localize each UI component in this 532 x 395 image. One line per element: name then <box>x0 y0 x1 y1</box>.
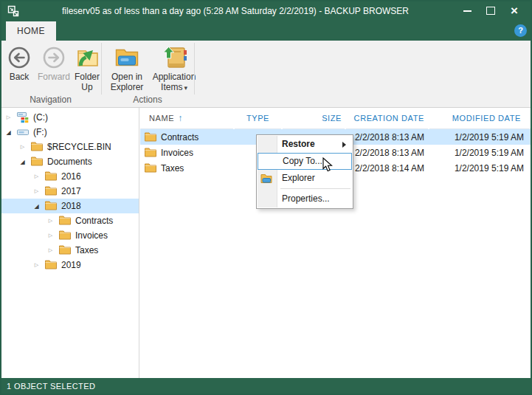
context-menu-item-restore[interactable]: Restore <box>257 136 353 153</box>
explorer-folder-icon <box>260 173 272 183</box>
tree-item-contracts[interactable]: ▷ Contracts <box>0 213 139 228</box>
folder-icon <box>59 244 71 256</box>
chevron-collapsed-icon[interactable]: ▷ <box>32 262 41 268</box>
forward-arrow-circle-icon <box>42 44 66 72</box>
tree-item-c-drive[interactable]: ▷ (C:) <box>0 110 139 125</box>
back-button[interactable]: Back <box>3 44 35 82</box>
chevron-expanded-icon[interactable]: ◢ <box>4 129 13 136</box>
tree-item-label: Contracts <box>75 216 113 226</box>
mouse-cursor-icon <box>322 157 334 176</box>
system-drive-icon <box>17 111 29 123</box>
maximize-icon <box>486 7 495 15</box>
chevron-collapsed-icon[interactable]: ▷ <box>32 188 41 194</box>
folder-icon <box>145 131 156 143</box>
tree-item-invoices[interactable]: ▷ Invoices <box>0 228 139 243</box>
context-menu-item-explorer[interactable]: Explorer <box>257 170 353 187</box>
tree-item-label: 2017 <box>61 186 81 196</box>
folder-up-icon <box>75 44 100 72</box>
context-menu-item-copy-to[interactable]: Copy To... <box>258 153 352 170</box>
tree-item-documents[interactable]: ◢ Documents <box>0 154 139 169</box>
open-in-explorer-button-label: Open in Explorer <box>105 72 149 92</box>
ribbon-group-divider <box>194 43 195 95</box>
column-header-size[interactable]: SIZE <box>283 108 345 129</box>
chevron-expanded-icon[interactable]: ◢ <box>18 159 27 165</box>
chevron-collapsed-icon[interactable]: ▷ <box>32 174 41 179</box>
chevron-collapsed-icon[interactable]: ▷ <box>18 144 27 150</box>
chevron-collapsed-icon[interactable]: ▷ <box>4 114 13 120</box>
file-creation-date: 2/2/2018 8:14 AM <box>346 160 428 176</box>
tree-item-2016[interactable]: ▷ 2016 <box>0 169 139 184</box>
status-bar: 1 OBJECT SELECTED <box>0 378 532 395</box>
forward-button-label: Forward <box>38 72 70 82</box>
folder-icon <box>31 156 43 168</box>
folder-icon <box>45 200 57 212</box>
ribbon-group-actions-label: Actions <box>101 95 194 105</box>
ribbon-group-divider <box>101 43 102 95</box>
open-in-explorer-button[interactable]: Open in Explorer <box>105 44 149 92</box>
tree-item-2018[interactable]: ◢ 2018 <box>0 199 139 213</box>
submenu-arrow-icon <box>342 142 346 148</box>
context-menu: Restore Copy To... Explorer Properties..… <box>256 134 353 209</box>
drive-icon <box>17 126 29 138</box>
tree-item-2019[interactable]: ▷ 2019 <box>0 258 139 272</box>
status-text: 1 OBJECT SELECTED <box>7 382 95 391</box>
folder-icon <box>59 230 71 241</box>
column-header-modified-date[interactable]: MODIFIED DATE <box>429 108 532 129</box>
folder-up-button-label: Folder Up <box>72 72 102 92</box>
file-name: Invoices <box>161 148 193 158</box>
application-items-icon <box>161 44 187 72</box>
forward-button[interactable]: Forward <box>35 44 72 82</box>
tree-item-label: (C:) <box>33 112 48 123</box>
context-menu-item-properties[interactable]: Properties... <box>257 190 353 207</box>
column-header-creation-date[interactable]: CREATION DATE <box>346 108 428 129</box>
tree-item-recycle-bin[interactable]: ▷ $RECYCLE.BIN <box>0 140 139 154</box>
application-items-button-label: Application Items▾ <box>151 72 198 93</box>
file-list-header: NAME↑ TYPE SIZE CREATION DATE MODIFIED D… <box>140 108 532 129</box>
file-name: Taxes <box>161 163 184 174</box>
tree-item-2017[interactable]: ▷ 2017 <box>0 184 139 199</box>
maximize-button[interactable] <box>479 0 502 21</box>
tree-item-f-drive[interactable]: ◢ (F:) <box>0 125 139 140</box>
context-menu-separator <box>280 188 350 189</box>
minimize-button[interactable] <box>455 0 479 21</box>
folder-icon <box>45 171 57 182</box>
backup-browser-window: fileserv05 as of less than a day ago (5:… <box>0 0 532 395</box>
tree-item-label: 2019 <box>61 260 81 270</box>
chevron-collapsed-icon[interactable]: ▷ <box>46 247 55 253</box>
window-controls: × <box>455 0 526 21</box>
folder-icon <box>59 215 71 227</box>
backup-browser-icon <box>7 4 20 18</box>
file-name: Contracts <box>161 132 198 142</box>
column-header-name[interactable]: NAME↑ <box>140 108 233 129</box>
folder-up-button[interactable]: Folder Up <box>72 44 102 92</box>
ribbon-group-navigation-label: Navigation <box>0 95 101 105</box>
folder-tree: ▷ (C:) ◢ (F:) <box>0 108 139 378</box>
open-in-explorer-icon <box>114 44 139 72</box>
chevron-expanded-icon[interactable]: ◢ <box>32 203 41 210</box>
sort-ascending-icon: ↑ <box>178 113 183 123</box>
chevron-collapsed-icon[interactable]: ▷ <box>46 233 55 238</box>
file-modified-date: 1/2/2019 5:19 AM <box>429 145 532 160</box>
back-arrow-circle-icon <box>7 44 31 72</box>
help-button[interactable]: ? <box>514 24 527 37</box>
tab-home[interactable]: HOME <box>6 21 56 41</box>
titlebar: fileserv05 as of less than a day ago (5:… <box>0 0 532 21</box>
tree-item-label: 2016 <box>61 171 81 182</box>
application-items-button[interactable]: Application Items▾ <box>151 44 198 93</box>
close-button[interactable]: × <box>502 0 526 21</box>
tree-item-label: Invoices <box>75 230 108 241</box>
tree-item-label: Documents <box>47 157 92 167</box>
tree-item-label: Taxes <box>75 245 98 255</box>
dropdown-caret-icon: ▾ <box>184 84 187 92</box>
file-creation-date: 2/2/2018 8:13 AM <box>346 145 428 160</box>
ribbon: Back Forward Folder Up <box>0 41 532 108</box>
folder-icon <box>31 141 43 153</box>
file-modified-date: 1/2/2019 5:19 AM <box>429 129 532 145</box>
column-header-type[interactable]: TYPE <box>235 108 281 129</box>
ribbon-tabstrip: HOME ? <box>0 21 532 41</box>
tree-item-label: (F:) <box>33 127 47 137</box>
chevron-collapsed-icon[interactable]: ▷ <box>46 218 55 224</box>
file-modified-date: 1/2/2019 5:19 AM <box>429 160 532 176</box>
tree-item-label: 2018 <box>61 201 81 211</box>
tree-item-taxes[interactable]: ▷ Taxes <box>0 243 139 258</box>
